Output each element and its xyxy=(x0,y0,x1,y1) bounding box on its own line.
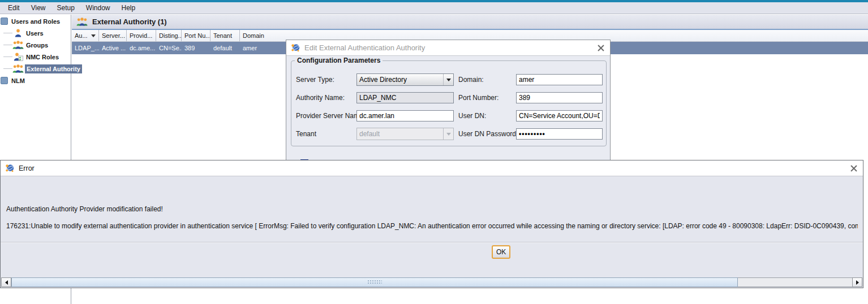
column-header-provider[interactable]: Provid... xyxy=(127,30,156,41)
port-number-label: Port Number: xyxy=(458,94,516,102)
sidebar-item-nmc-roles[interactable]: NMC Roles xyxy=(0,51,71,63)
user-dn-password-field[interactable] xyxy=(516,128,603,140)
horizontal-scrollbar[interactable] xyxy=(1,277,862,287)
authority-name-field xyxy=(356,92,454,103)
menu-edit[interactable]: Edit xyxy=(2,3,25,13)
user-dn-password-label: User DN Password: xyxy=(458,130,516,138)
menu-bar: Edit View Setup Window Help xyxy=(0,2,868,14)
sort-descending-icon xyxy=(91,34,96,37)
scrollbar-thumb[interactable] xyxy=(11,277,738,287)
sidebar-item-groups[interactable]: Groups xyxy=(0,39,71,51)
arrow-right-icon xyxy=(856,280,859,285)
close-icon[interactable] xyxy=(596,44,605,53)
app-globe-icon xyxy=(291,44,300,52)
cell-server-type: Active ... xyxy=(99,42,127,54)
button-panel-divider xyxy=(1,242,863,243)
arrow-left-icon xyxy=(5,280,8,285)
menu-window[interactable]: Window xyxy=(80,3,116,13)
app-globe-icon xyxy=(5,164,14,172)
edit-authority-dialog: Edit External Authentication Authority C… xyxy=(286,40,611,161)
sidebar-item-label: External Authority xyxy=(25,64,82,73)
group-title: Configuration Parameters xyxy=(295,57,383,64)
dialog-titlebar[interactable]: Edit External Authentication Authority xyxy=(286,40,610,56)
chevron-down-icon xyxy=(443,128,453,140)
cell-provider: dc.ame... xyxy=(127,42,156,54)
tenant-label: Tenant xyxy=(296,130,356,138)
tree-connector-line xyxy=(3,57,12,57)
configuration-parameters-group: Configuration Parameters Server Type: Ac… xyxy=(291,60,607,146)
scroll-right-button[interactable] xyxy=(852,277,862,287)
domain-label: Domain: xyxy=(458,76,516,84)
tenant-value: default xyxy=(359,130,380,138)
tree-connector-line xyxy=(3,68,12,69)
server-type-dropdown[interactable]: Active Directory xyxy=(356,73,454,86)
menu-setup[interactable]: Setup xyxy=(51,3,80,13)
scroll-left-button[interactable] xyxy=(1,277,11,287)
column-header-server-type[interactable]: Server... xyxy=(99,30,127,41)
tree-connector-line xyxy=(3,45,12,45)
cell-authority: LDAP_... xyxy=(72,42,99,54)
sidebar-item-label: Users xyxy=(26,30,44,37)
sidebar-item-label: Users and Roles xyxy=(11,18,60,25)
user-checklist-icon xyxy=(12,53,24,62)
group-icon xyxy=(12,41,24,50)
tenant-dropdown: default xyxy=(356,128,454,140)
dialog-title: Error xyxy=(19,164,35,172)
error-detail-text: 176231:Unable to modify external authent… xyxy=(6,222,858,230)
user-dn-label: User DN: xyxy=(458,112,516,120)
server-type-value: Active Directory xyxy=(359,76,407,84)
user-icon xyxy=(12,29,24,38)
sidebar-item-label: NMC Roles xyxy=(26,54,59,60)
column-header-tenant[interactable]: Tenant xyxy=(210,30,240,41)
column-header-port-number[interactable]: Port Nu... xyxy=(182,30,210,41)
domain-field[interactable] xyxy=(516,74,603,85)
error-message-area: Authentication Authority Provider modifi… xyxy=(1,177,863,288)
tree-connector-line xyxy=(3,33,12,33)
port-number-field[interactable] xyxy=(516,92,603,103)
application-window: Edit View Setup Window Help Users and Ro… xyxy=(0,0,868,304)
cell-distinguished-name: CN=Se... xyxy=(156,42,182,54)
folder-icon xyxy=(1,77,8,84)
error-summary-text: Authentication Authority Provider modifi… xyxy=(6,205,163,213)
sidebar-item-label: Groups xyxy=(26,42,48,49)
chevron-down-icon xyxy=(443,74,453,85)
sidebar-item-nlm[interactable]: NLM xyxy=(0,75,71,86)
dialog-titlebar[interactable]: Error xyxy=(1,160,863,176)
panel-title: External Authority (1) xyxy=(92,18,167,26)
user-dn-field[interactable] xyxy=(516,110,603,121)
provider-server-name-label: Provider Server Name: xyxy=(296,112,356,120)
group-icon xyxy=(76,18,88,26)
scrollbar-track[interactable] xyxy=(738,277,852,287)
column-header-label: Au... xyxy=(75,32,88,39)
group-icon xyxy=(12,64,24,73)
sidebar-item-users-and-roles[interactable]: Users and Roles xyxy=(0,15,71,27)
panel-header: External Authority (1) xyxy=(72,15,868,30)
ok-button[interactable]: OK xyxy=(492,245,510,259)
authority-name-label: Authority Name: xyxy=(296,94,356,102)
column-header-distinguished-name[interactable]: Disting... xyxy=(156,30,182,41)
server-type-label: Server Type: xyxy=(296,76,356,84)
scrollbar-grip-icon xyxy=(367,280,382,285)
sidebar-item-users[interactable]: Users xyxy=(0,27,71,39)
dialog-title: Edit External Authentication Authority xyxy=(304,44,425,52)
sidebar-item-external-authority[interactable]: External Authority xyxy=(0,63,71,75)
folder-icon xyxy=(1,18,8,25)
close-icon[interactable] xyxy=(849,164,858,173)
cell-port-number: 389 xyxy=(182,42,210,54)
menu-view[interactable]: View xyxy=(25,3,51,13)
menu-help[interactable]: Help xyxy=(116,3,141,13)
provider-server-name-field[interactable] xyxy=(356,110,454,121)
cell-tenant: default xyxy=(210,42,240,54)
error-dialog: Error Authentication Authority Provider … xyxy=(0,160,863,288)
column-header-authority[interactable]: Au... xyxy=(72,30,99,41)
sidebar-item-label: NLM xyxy=(11,77,25,84)
